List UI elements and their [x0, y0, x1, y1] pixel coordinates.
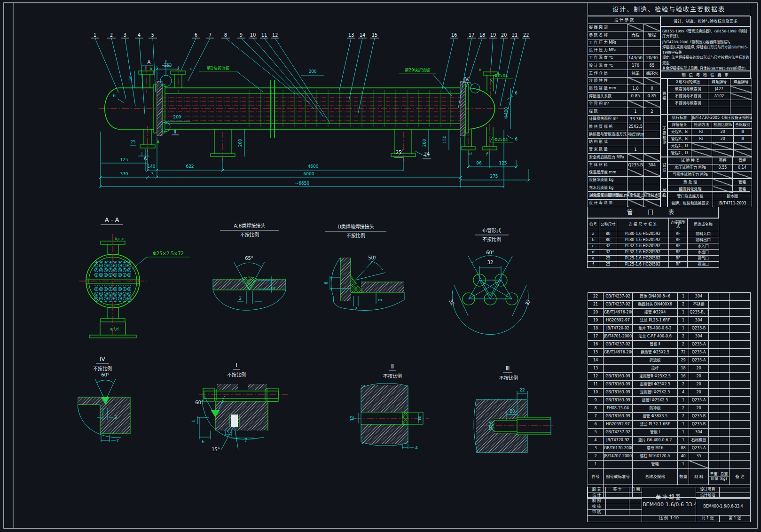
nozzle-table-title: 管 口 表 — [587, 207, 719, 218]
design-param-row: 焊接接头系数 0.85 0.85 — [588, 93, 660, 100]
weld-row: 不锈钢与不锈钢 A102 — [668, 93, 752, 100]
detail-aa-title: A - A — [105, 216, 119, 223]
nozzle-e-label: e — [479, 67, 481, 72]
detail-i: Ⅰ 不按比例 60° 15° 1 6 3 7 — [191, 361, 288, 452]
iii-title: Ⅲ — [506, 365, 510, 372]
design-param-row: 工 作 介 质 纯苯 循环水 — [588, 70, 660, 77]
callout-6: 6 — [195, 32, 197, 38]
callout-9: 9 — [240, 32, 243, 38]
d-weld-title: D类焊缝焊接接头 — [337, 224, 374, 229]
design-param-row: 结 构 形 式 — [588, 138, 660, 146]
baffle-last-label: 第29块折流板 — [405, 68, 430, 72]
weld-row: 碳素钢与碳素钢 J427 — [668, 86, 752, 93]
design-param-row: 主 体 材 料 Q235-B 304 — [588, 161, 660, 169]
title-block: 职 责 签 字 日 期 苯冷却器 BEM400-1.6/0.6-33.4 设计项… — [587, 487, 750, 522]
iii-dim1: 22 — [519, 388, 525, 392]
dim-4600: 4600 — [308, 164, 319, 169]
ndt-row: 壳程A、B RT 20 Ⅲ — [668, 129, 752, 136]
callout-14: 14 — [360, 32, 366, 38]
bom-row: 19 HG20592-97 法兰 PL25-1.6RF 1 304 — [588, 317, 751, 325]
bom-row: 10 GB/T8163-99 定距管Ⅰ Φ25X2.5 4 20 — [588, 389, 751, 397]
dim-125-right: 125 — [499, 161, 507, 165]
test-row: 气密性试验压力 MPa — [668, 172, 752, 179]
d-weld-dim1: 6 — [324, 282, 329, 284]
callout-4: 4 — [138, 32, 141, 38]
nozzle-d-label: d — [469, 151, 471, 156]
callout-13: 13 — [348, 32, 354, 38]
design-param-row: 设 计 寿 命 年 — [588, 199, 660, 207]
nozzle-f-label: f — [486, 152, 488, 156]
design-requirements-stack: 设计、制造、检验与验收标准及要求 GB151-1999《管壳式换热器》、GB15… — [660, 16, 751, 207]
cad-sheet: 140 622 4600 370 3 6000 ~6650 125 25 153… — [0, 0, 761, 532]
design-param-row: 腐 蚀 裕 量 mm 1.0 0 — [588, 85, 660, 93]
detail-ii: Ⅱ 不按比例 12 10 4 — [350, 363, 429, 450]
design-param-row: 换 热 管 规 格 25X2.5 — [588, 123, 660, 131]
dim-200-saddle1: 200 — [238, 139, 243, 147]
design-param-row: 安全阀启跳压力 MPa — [588, 154, 660, 161]
bom-row: 2 JB/T4707-2000 螺柱 M16X120-A 40 35 — [588, 453, 751, 461]
i-dim2: 6 — [202, 439, 204, 444]
nozzle-row: b 80 PL80-1.6 HG20592 RF 物料出口 — [588, 237, 719, 243]
i-scale: 不按比例 — [227, 372, 246, 377]
callout-20: 20 — [501, 32, 507, 38]
ab-weld-dim2: 2 — [271, 286, 275, 289]
ndt-row: 管程C、D — [668, 150, 752, 157]
scale-value: 1:10 — [670, 516, 679, 520]
design-param-row: 全 容 积 m³ — [588, 100, 660, 108]
ii-dim3: 4 — [415, 446, 418, 450]
nozzle-row: c 32 PL32-1.6 HG20592 RF 水入口 — [588, 243, 719, 250]
ii-scale: 不按比例 — [383, 373, 402, 379]
detail-iv: Ⅳ 不按比例 60° 3 7 — [78, 355, 130, 443]
nozzle-row: a 80 PL80-1.6 HG20592 RF 物料入口 — [588, 231, 719, 237]
nozzle-c-label: c — [190, 66, 193, 71]
bom-row: 21 GB/T4237-92 椭圆封头 DN400X6 2 不锈钢 — [588, 301, 751, 309]
d-weld-scale: 不按比例 — [346, 233, 365, 238]
dim-6-right-top: 6 — [515, 91, 518, 95]
bom-row: 22 GB/T4237-92 筒体 DN400 δ=6 1 304 — [588, 293, 751, 301]
bom-header-row: 件号 图号或标准号 名称及规格 数量 材 料 单重总重 质量 (kg) 备 注 — [588, 469, 751, 485]
iv-title: Ⅳ — [100, 355, 105, 362]
design-params-header: 设 计 参 数 — [588, 16, 660, 24]
annotation-labels: 第1块折流板 第29块折流板 Φ25X4 Φ25X4 b c e a d f A… — [138, 60, 513, 161]
bom-row: 13 拉杆 18 20 — [588, 365, 751, 373]
callout-15: 15 — [372, 32, 378, 38]
bom-row: 9 GB/T8163-99 接管Ⅰ Φ25X2.5 1 Q235-A — [588, 397, 751, 405]
bom-row: 18 JB/T4720-92 垫片 T6-400-0.6-2 1 Q235-B — [588, 325, 751, 333]
section-a-bottom: A — [144, 156, 147, 161]
dim-125-left: 125 — [120, 157, 128, 162]
dim-6-right-bottom: 6 — [515, 137, 518, 141]
ab-weld-angle: 65° — [245, 256, 253, 261]
aa-top-nozzles-label: b,c,e — [115, 236, 125, 241]
iii-dim2: 20 — [510, 409, 515, 414]
detail-iv-mark: Ⅳ — [464, 77, 469, 82]
callout-3: 3 — [124, 32, 126, 38]
bom-row: 14 折流板 29 Q235-A — [588, 357, 751, 365]
ii-title: Ⅱ — [391, 363, 394, 370]
detail-iii: Ⅲ 不按比例 22 20 M16 — [474, 365, 555, 453]
nozzle-row: d 32 PL32-1.6 HG20592 RF 水出口 — [588, 250, 719, 256]
dim-6650: ~6650 — [295, 181, 310, 186]
design-param-row: 工 作 温 度 ℃ 143/50 20/30 — [588, 55, 660, 62]
callout-12: 12 — [272, 32, 278, 38]
design-table-title: 设计、制造、检验与验收主要数据表 — [588, 3, 750, 16]
layout-dim-right: 32 — [524, 298, 532, 306]
pipe-spec-bottom: Φ25X4 — [494, 137, 508, 142]
weld-row — [668, 107, 752, 114]
bom-row: 17 JB/T4701-2000 法兰 C-RF 400-0.6 2 304 — [588, 333, 751, 341]
callout-25: 25 — [396, 150, 402, 155]
iv-scale: 不按比例 — [93, 366, 112, 371]
bom-row: 5 GB/T4237-92 管板 Ⅰ 1 304 — [588, 429, 751, 437]
dim-140: 140 — [147, 164, 155, 169]
bom-row: 1 管箱 1 — [588, 461, 751, 469]
project-label: 设计项目 — [696, 487, 720, 493]
ndt-row: 管程A、B RT 20 Ⅲ — [668, 136, 752, 143]
dim-622: 622 — [186, 164, 194, 169]
date-col-header: 日 期 — [629, 487, 642, 493]
design-param-row: 容 器 类 别 — [588, 24, 660, 31]
product-model: BEM400-1.6/0.6-33.4 — [643, 502, 695, 508]
dim-275: 275 — [490, 174, 498, 179]
ndt-section: 无损检测 执行标准JB/T4730-2005《承压设备无损检测》 焊接接头 检测… — [660, 114, 751, 157]
sign-col-header: 签 字 — [606, 487, 629, 493]
nozzle-a-label: a — [157, 139, 159, 144]
design-param-row: 管 束 数 量 1 — [588, 146, 660, 154]
